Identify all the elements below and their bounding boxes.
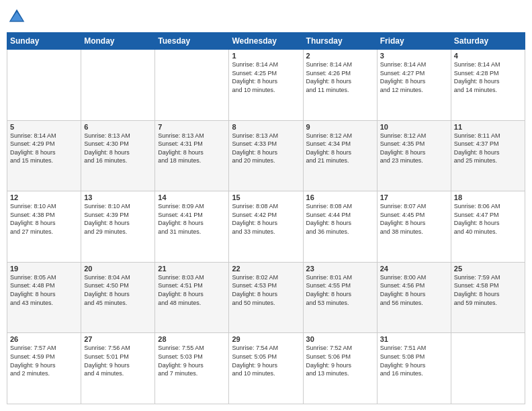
calendar-cell: 16Sunrise: 8:08 AM Sunset: 4:44 PM Dayli… [303,191,377,263]
calendar-cell: 12Sunrise: 8:10 AM Sunset: 4:38 PM Dayli… [7,191,81,263]
day-number: 22 [232,265,300,273]
calendar-cell: 9Sunrise: 8:12 AM Sunset: 4:34 PM Daylig… [303,120,377,191]
day-number: 1 [232,52,300,60]
day-number: 12 [10,193,78,201]
calendar-cell: 27Sunrise: 7:56 AM Sunset: 5:01 PM Dayli… [81,333,155,404]
day-info: Sunrise: 8:08 AM Sunset: 4:42 PM Dayligh… [232,202,300,236]
day-info: Sunrise: 8:14 AM Sunset: 4:29 PM Dayligh… [10,132,78,165]
day-info: Sunrise: 7:55 AM Sunset: 5:03 PM Dayligh… [158,344,226,377]
day-info: Sunrise: 8:13 AM Sunset: 4:31 PM Dayligh… [158,132,226,165]
day-number: 7 [158,123,226,131]
day-number: 27 [84,335,152,343]
day-number: 20 [84,265,152,273]
calendar-cell: 28Sunrise: 7:55 AM Sunset: 5:03 PM Dayli… [155,333,229,404]
day-number: 15 [232,193,300,201]
day-number: 2 [306,52,374,60]
calendar-cell: 6Sunrise: 8:13 AM Sunset: 4:30 PM Daylig… [81,120,155,191]
day-info: Sunrise: 7:57 AM Sunset: 4:59 PM Dayligh… [10,344,78,377]
calendar-week-2: 12Sunrise: 8:10 AM Sunset: 4:38 PM Dayli… [7,191,525,263]
calendar-cell: 18Sunrise: 8:06 AM Sunset: 4:47 PM Dayli… [451,191,525,263]
day-info: Sunrise: 8:13 AM Sunset: 4:33 PM Dayligh… [232,132,300,165]
day-info: Sunrise: 8:02 AM Sunset: 4:53 PM Dayligh… [232,273,300,307]
weekday-wed: Wednesday [229,33,303,50]
calendar-week-1: 5Sunrise: 8:14 AM Sunset: 4:29 PM Daylig… [7,120,525,191]
day-number: 6 [84,123,152,131]
day-number: 30 [306,335,374,343]
day-info: Sunrise: 8:07 AM Sunset: 4:45 PM Dayligh… [380,202,448,236]
day-number: 31 [380,335,448,343]
day-info: Sunrise: 7:51 AM Sunset: 5:08 PM Dayligh… [380,344,448,377]
calendar-cell: 13Sunrise: 8:10 AM Sunset: 4:39 PM Dayli… [81,191,155,263]
calendar-cell: 2Sunrise: 8:14 AM Sunset: 4:26 PM Daylig… [303,50,377,121]
day-info: Sunrise: 8:10 AM Sunset: 4:39 PM Dayligh… [84,202,152,236]
calendar-cell: 1Sunrise: 8:14 AM Sunset: 4:25 PM Daylig… [229,50,303,121]
calendar-header: Sunday Monday Tuesday Wednesday Thursday… [7,33,525,50]
day-info: Sunrise: 8:14 AM Sunset: 4:27 PM Dayligh… [380,60,448,94]
day-info: Sunrise: 8:12 AM Sunset: 4:34 PM Dayligh… [306,132,374,165]
calendar-cell: 29Sunrise: 7:54 AM Sunset: 5:05 PM Dayli… [229,333,303,404]
calendar-cell: 5Sunrise: 8:14 AM Sunset: 4:29 PM Daylig… [7,120,81,191]
calendar-cell: 20Sunrise: 8:04 AM Sunset: 4:50 PM Dayli… [81,262,155,333]
day-info: Sunrise: 8:04 AM Sunset: 4:50 PM Dayligh… [84,273,152,307]
logo [7,7,30,27]
calendar-cell [451,333,525,404]
day-info: Sunrise: 8:11 AM Sunset: 4:37 PM Dayligh… [454,132,522,165]
day-info: Sunrise: 7:52 AM Sunset: 5:06 PM Dayligh… [306,344,374,377]
day-info: Sunrise: 7:54 AM Sunset: 5:05 PM Dayligh… [232,344,300,377]
header [7,7,525,27]
calendar-cell: 22Sunrise: 8:02 AM Sunset: 4:53 PM Dayli… [229,262,303,333]
calendar-cell: 7Sunrise: 8:13 AM Sunset: 4:31 PM Daylig… [155,120,229,191]
day-info: Sunrise: 8:03 AM Sunset: 4:51 PM Dayligh… [158,273,226,307]
calendar-cell: 11Sunrise: 8:11 AM Sunset: 4:37 PM Dayli… [451,120,525,191]
day-number: 19 [10,265,78,273]
calendar-cell: 15Sunrise: 8:08 AM Sunset: 4:42 PM Dayli… [229,191,303,263]
calendar-cell: 25Sunrise: 7:59 AM Sunset: 4:58 PM Dayli… [451,262,525,333]
day-number: 11 [454,123,522,131]
calendar-cell: 19Sunrise: 8:05 AM Sunset: 4:48 PM Dayli… [7,262,81,333]
day-number: 16 [306,193,374,201]
calendar-cell: 17Sunrise: 8:07 AM Sunset: 4:45 PM Dayli… [377,191,451,263]
page: Sunday Monday Tuesday Wednesday Thursday… [0,0,532,411]
day-info: Sunrise: 7:59 AM Sunset: 4:58 PM Dayligh… [454,273,522,307]
day-info: Sunrise: 8:14 AM Sunset: 4:25 PM Dayligh… [232,60,300,94]
calendar-cell: 21Sunrise: 8:03 AM Sunset: 4:51 PM Dayli… [155,262,229,333]
day-number: 29 [232,335,300,343]
calendar-week-3: 19Sunrise: 8:05 AM Sunset: 4:48 PM Dayli… [7,262,525,333]
calendar-week-0: 1Sunrise: 8:14 AM Sunset: 4:25 PM Daylig… [7,50,525,121]
calendar-cell: 26Sunrise: 7:57 AM Sunset: 4:59 PM Dayli… [7,333,81,404]
calendar-cell: 14Sunrise: 8:09 AM Sunset: 4:41 PM Dayli… [155,191,229,263]
day-info: Sunrise: 8:12 AM Sunset: 4:35 PM Dayligh… [380,132,448,165]
calendar-cell: 8Sunrise: 8:13 AM Sunset: 4:33 PM Daylig… [229,120,303,191]
calendar-body: 1Sunrise: 8:14 AM Sunset: 4:25 PM Daylig… [7,50,525,404]
day-info: Sunrise: 8:06 AM Sunset: 4:47 PM Dayligh… [454,202,522,236]
calendar-cell: 24Sunrise: 8:00 AM Sunset: 4:56 PM Dayli… [377,262,451,333]
weekday-sat: Saturday [451,33,525,50]
day-number: 23 [306,265,374,273]
day-number: 13 [84,193,152,201]
day-number: 5 [10,123,78,131]
day-number: 8 [232,123,300,131]
logo-icon [7,7,27,27]
calendar-cell: 30Sunrise: 7:52 AM Sunset: 5:06 PM Dayli… [303,333,377,404]
day-number: 9 [306,123,374,131]
calendar-cell: 23Sunrise: 8:01 AM Sunset: 4:55 PM Dayli… [303,262,377,333]
day-number: 4 [454,52,522,60]
weekday-fri: Friday [377,33,451,50]
day-number: 14 [158,193,226,201]
day-info: Sunrise: 8:00 AM Sunset: 4:56 PM Dayligh… [380,273,448,307]
day-info: Sunrise: 8:09 AM Sunset: 4:41 PM Dayligh… [158,202,226,236]
day-number: 10 [380,123,448,131]
weekday-row: Sunday Monday Tuesday Wednesday Thursday… [7,33,525,50]
day-number: 25 [454,265,522,273]
calendar-week-4: 26Sunrise: 7:57 AM Sunset: 4:59 PM Dayli… [7,333,525,404]
weekday-thu: Thursday [303,33,377,50]
day-number: 3 [380,52,448,60]
calendar-cell [81,50,155,121]
day-info: Sunrise: 8:14 AM Sunset: 4:28 PM Dayligh… [454,60,522,94]
day-number: 28 [158,335,226,343]
calendar-cell: 31Sunrise: 7:51 AM Sunset: 5:08 PM Dayli… [377,333,451,404]
weekday-mon: Monday [81,33,155,50]
day-info: Sunrise: 7:56 AM Sunset: 5:01 PM Dayligh… [84,344,152,377]
calendar-cell: 4Sunrise: 8:14 AM Sunset: 4:28 PM Daylig… [451,50,525,121]
day-number: 18 [454,193,522,201]
